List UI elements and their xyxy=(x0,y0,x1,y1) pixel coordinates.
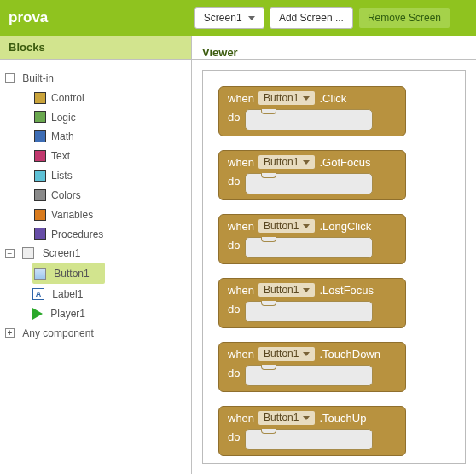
blocks-canvas[interactable]: when Button1 .Click do when Button1 .Got… xyxy=(202,70,466,464)
expand-icon[interactable]: + xyxy=(5,328,15,338)
selected-node: Button1 xyxy=(32,263,105,284)
event-name: .LongClick xyxy=(319,220,371,233)
event-block-click[interactable]: when Button1 .Click do xyxy=(218,86,406,136)
lists-icon xyxy=(34,170,46,182)
event-name: .TouchUp xyxy=(319,412,366,425)
app-title: prova xyxy=(9,9,48,26)
do-keyword: do xyxy=(228,109,245,130)
collapse-icon[interactable]: − xyxy=(5,73,15,83)
statement-slot[interactable] xyxy=(245,173,373,194)
do-keyword: do xyxy=(228,173,245,194)
event-block-gotfocus[interactable]: when Button1 .GotFocus do xyxy=(218,150,406,200)
chevron-down-icon xyxy=(303,352,310,356)
event-block-lostfocus[interactable]: when Button1 .LostFocus do xyxy=(218,278,406,328)
block-body: do xyxy=(219,301,405,327)
event-block-touchdown[interactable]: when Button1 .TouchDown do xyxy=(218,342,406,392)
builtin-label: Built-in xyxy=(22,72,54,84)
chevron-down-icon xyxy=(248,16,255,20)
statement-slot[interactable] xyxy=(245,301,373,322)
do-keyword: do xyxy=(228,365,245,386)
tree-item-button1[interactable]: Button1 xyxy=(32,263,186,284)
screen-children: Button1 A Label1 Player1 xyxy=(32,263,186,322)
when-keyword: when xyxy=(228,92,254,105)
tree-item-lists[interactable]: Lists xyxy=(34,165,186,185)
block-header: when Button1 .TouchUp xyxy=(219,407,405,429)
component-dropdown[interactable]: Button1 xyxy=(258,411,315,425)
panel-headers: Blocks Viewer xyxy=(0,36,476,60)
colors-icon xyxy=(34,189,46,201)
chevron-down-icon xyxy=(303,160,310,165)
block-body: do xyxy=(219,365,405,391)
event-block-touchup[interactable]: when Button1 .TouchUp do xyxy=(218,406,406,456)
tree-node-screen[interactable]: − Screen1 Button1 A Label1 xyxy=(5,243,186,322)
topbar: prova Screen1 Add Screen ... Remove Scre… xyxy=(0,0,476,36)
chevron-down-icon xyxy=(303,224,310,228)
statement-slot[interactable] xyxy=(245,365,373,386)
tree-item-logic[interactable]: Logic xyxy=(34,107,186,127)
blocks-header: Blocks xyxy=(0,36,192,60)
tree-item-variables[interactable]: Variables xyxy=(34,205,186,224)
block-body: do xyxy=(219,429,405,455)
statement-slot[interactable] xyxy=(245,237,373,258)
procedures-icon xyxy=(34,228,46,240)
do-keyword: do xyxy=(228,429,245,450)
tree-node-any-component[interactable]: + Any component xyxy=(5,323,186,343)
tree-item-text[interactable]: Text xyxy=(34,146,186,165)
block-header: when Button1 .TouchDown xyxy=(219,343,405,365)
tree-item-control[interactable]: Control xyxy=(34,88,186,107)
screen-dropdown[interactable]: Screen1 xyxy=(194,7,264,29)
screen-dropdown-label: Screen1 xyxy=(204,12,242,24)
do-keyword: do xyxy=(228,301,245,322)
tree-item-player1[interactable]: Player1 xyxy=(32,303,186,323)
when-keyword: when xyxy=(228,412,254,425)
component-dropdown[interactable]: Button1 xyxy=(258,283,315,297)
block-body: do xyxy=(219,173,405,199)
tree-item-math[interactable]: Math xyxy=(34,126,186,146)
collapse-icon[interactable]: − xyxy=(5,249,15,258)
event-name: .TouchDown xyxy=(319,348,380,361)
tree-item-colors[interactable]: Colors xyxy=(34,185,186,205)
chevron-down-icon xyxy=(303,96,310,101)
block-header: when Button1 .LostFocus xyxy=(219,279,405,301)
when-keyword: when xyxy=(228,284,254,297)
screen-icon xyxy=(22,247,34,259)
tree-node-builtin[interactable]: − Built-in Control Logic Math Text Lists… xyxy=(5,68,186,243)
logic-icon xyxy=(34,111,46,123)
event-name: .GotFocus xyxy=(319,156,370,169)
statement-slot[interactable] xyxy=(245,109,373,130)
button-icon xyxy=(34,268,46,280)
chevron-down-icon xyxy=(303,288,310,292)
viewer-panel: when Button1 .Click do when Button1 .Got… xyxy=(192,60,476,474)
block-header: when Button1 .GotFocus xyxy=(219,151,405,173)
event-name: .LostFocus xyxy=(319,284,374,297)
when-keyword: when xyxy=(228,348,254,361)
do-keyword: do xyxy=(228,237,245,258)
block-header: when Button1 .Click xyxy=(219,87,405,109)
blocks-tree: − Built-in Control Logic Math Text Lists… xyxy=(5,68,186,343)
any-component-label: Any component xyxy=(22,327,93,339)
component-dropdown[interactable]: Button1 xyxy=(258,219,315,233)
text-icon xyxy=(34,150,46,162)
add-screen-button[interactable]: Add Screen ... xyxy=(270,7,353,29)
component-dropdown[interactable]: Button1 xyxy=(258,91,315,105)
play-icon xyxy=(32,308,43,320)
topbar-buttons: Screen1 Add Screen ... Remove Screen xyxy=(194,7,450,29)
tree-item-procedures[interactable]: Procedures xyxy=(34,224,186,244)
remove-screen-button[interactable]: Remove Screen xyxy=(358,7,450,29)
component-dropdown[interactable]: Button1 xyxy=(258,347,315,361)
component-dropdown[interactable]: Button1 xyxy=(258,155,315,169)
event-block-longclick[interactable]: when Button1 .LongClick do xyxy=(218,214,406,264)
chevron-down-icon xyxy=(303,416,310,420)
statement-slot[interactable] xyxy=(245,429,373,450)
when-keyword: when xyxy=(228,156,254,169)
tree-item-label1[interactable]: A Label1 xyxy=(32,284,186,303)
viewer-header: Viewer xyxy=(192,36,476,60)
when-keyword: when xyxy=(228,220,254,233)
main: − Built-in Control Logic Math Text Lists… xyxy=(0,60,476,474)
block-body: do xyxy=(219,109,405,136)
block-header: when Button1 .LongClick xyxy=(219,215,405,237)
control-icon xyxy=(34,92,46,104)
label-icon: A xyxy=(32,288,44,300)
screen-label: Screen1 xyxy=(43,247,81,259)
event-name: .Click xyxy=(319,92,346,105)
